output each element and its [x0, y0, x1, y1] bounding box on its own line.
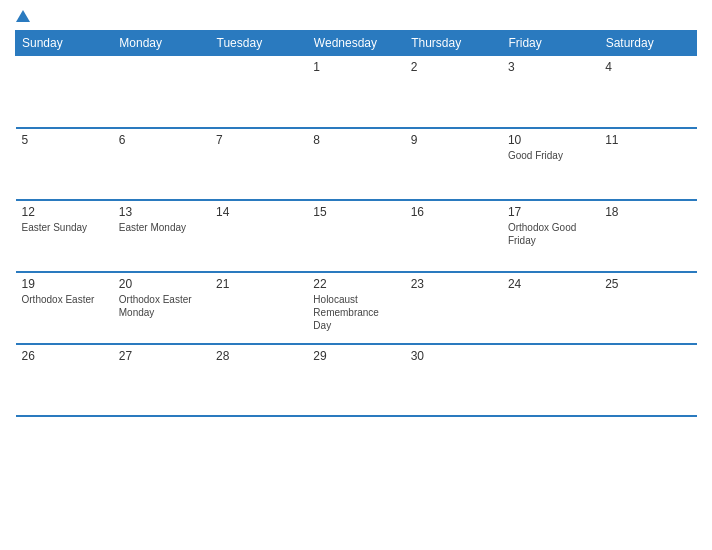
calendar-cell: [16, 56, 113, 128]
calendar-cell: 1: [307, 56, 404, 128]
header: [15, 10, 697, 22]
day-number: 28: [216, 349, 301, 363]
calendar-week-row: 19Orthodox Easter20Orthodox Easter Monda…: [16, 272, 697, 344]
holiday-label: Good Friday: [508, 150, 563, 161]
calendar-cell: 20Orthodox Easter Monday: [113, 272, 210, 344]
calendar-week-row: 2627282930: [16, 344, 697, 416]
day-number: 29: [313, 349, 398, 363]
day-number: 27: [119, 349, 204, 363]
calendar-cell: [113, 56, 210, 128]
day-number: 21: [216, 277, 301, 291]
day-number: 22: [313, 277, 398, 291]
calendar-week-row: 12Easter Sunday13Easter Monday14151617Or…: [16, 200, 697, 272]
day-number: 8: [313, 133, 398, 147]
calendar-cell: 9: [405, 128, 502, 200]
days-header-row: SundayMondayTuesdayWednesdayThursdayFrid…: [16, 31, 697, 56]
holiday-label: Orthodox Good Friday: [508, 222, 576, 246]
calendar-cell: 21: [210, 272, 307, 344]
calendar-cell: 30: [405, 344, 502, 416]
day-number: 17: [508, 205, 593, 219]
day-number: 14: [216, 205, 301, 219]
day-number: 9: [411, 133, 496, 147]
day-number: 13: [119, 205, 204, 219]
holiday-label: Easter Monday: [119, 222, 186, 233]
calendar-cell: 26: [16, 344, 113, 416]
day-number: 3: [508, 60, 593, 74]
day-header-thursday: Thursday: [405, 31, 502, 56]
calendar-cell: 4: [599, 56, 696, 128]
day-number: 25: [605, 277, 690, 291]
day-number: 19: [22, 277, 107, 291]
calendar-cell: 13Easter Monday: [113, 200, 210, 272]
calendar-cell: 12Easter Sunday: [16, 200, 113, 272]
day-header-saturday: Saturday: [599, 31, 696, 56]
calendar-cell: 2: [405, 56, 502, 128]
day-header-monday: Monday: [113, 31, 210, 56]
page: SundayMondayTuesdayWednesdayThursdayFrid…: [0, 0, 712, 550]
calendar-cell: 11: [599, 128, 696, 200]
day-number: 18: [605, 205, 690, 219]
calendar-cell: [210, 56, 307, 128]
day-number: 6: [119, 133, 204, 147]
day-header-tuesday: Tuesday: [210, 31, 307, 56]
calendar-cell: 7: [210, 128, 307, 200]
day-number: 1: [313, 60, 398, 74]
calendar-cell: 28: [210, 344, 307, 416]
holiday-label: Holocaust Remembrance Day: [313, 294, 379, 331]
calendar-cell: 27: [113, 344, 210, 416]
calendar-cell: 29: [307, 344, 404, 416]
calendar-cell: 5: [16, 128, 113, 200]
calendar-cell: 25: [599, 272, 696, 344]
logo-triangle-icon: [16, 10, 30, 22]
day-number: 16: [411, 205, 496, 219]
day-number: 24: [508, 277, 593, 291]
day-number: 30: [411, 349, 496, 363]
calendar-cell: 22Holocaust Remembrance Day: [307, 272, 404, 344]
calendar-cell: 14: [210, 200, 307, 272]
day-number: 23: [411, 277, 496, 291]
calendar-cell: 8: [307, 128, 404, 200]
calendar-cell: 19Orthodox Easter: [16, 272, 113, 344]
holiday-label: Orthodox Easter: [22, 294, 95, 305]
holiday-label: Easter Sunday: [22, 222, 88, 233]
day-number: 2: [411, 60, 496, 74]
calendar-cell: [502, 344, 599, 416]
calendar-cell: 15: [307, 200, 404, 272]
calendar-cell: 6: [113, 128, 210, 200]
calendar-week-row: 1234: [16, 56, 697, 128]
day-number: 10: [508, 133, 593, 147]
day-number: 4: [605, 60, 690, 74]
day-number: 5: [22, 133, 107, 147]
calendar-body: 12345678910Good Friday1112Easter Sunday1…: [16, 56, 697, 416]
calendar-cell: 3: [502, 56, 599, 128]
day-number: 7: [216, 133, 301, 147]
day-number: 15: [313, 205, 398, 219]
day-header-friday: Friday: [502, 31, 599, 56]
calendar-header: SundayMondayTuesdayWednesdayThursdayFrid…: [16, 31, 697, 56]
day-header-wednesday: Wednesday: [307, 31, 404, 56]
day-number: 11: [605, 133, 690, 147]
calendar-week-row: 5678910Good Friday11: [16, 128, 697, 200]
day-number: 26: [22, 349, 107, 363]
day-number: 12: [22, 205, 107, 219]
calendar-cell: 24: [502, 272, 599, 344]
calendar-cell: 18: [599, 200, 696, 272]
logo: [15, 10, 31, 22]
calendar-cell: 17Orthodox Good Friday: [502, 200, 599, 272]
calendar-cell: [599, 344, 696, 416]
holiday-label: Orthodox Easter Monday: [119, 294, 192, 318]
calendar-table: SundayMondayTuesdayWednesdayThursdayFrid…: [15, 30, 697, 417]
day-header-sunday: Sunday: [16, 31, 113, 56]
calendar-cell: 23: [405, 272, 502, 344]
calendar-cell: 10Good Friday: [502, 128, 599, 200]
calendar-cell: 16: [405, 200, 502, 272]
day-number: 20: [119, 277, 204, 291]
